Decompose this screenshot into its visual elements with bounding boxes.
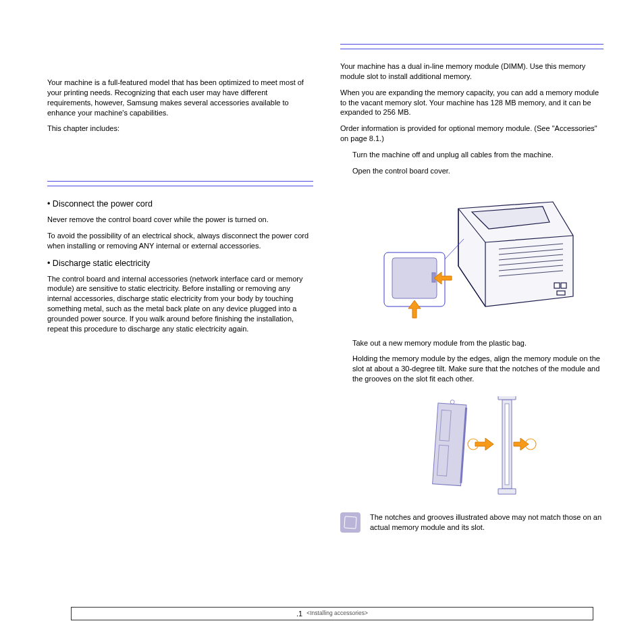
svg-point-17	[450, 400, 454, 404]
chapter-includes: This chapter includes:	[47, 124, 313, 134]
svg-rect-8	[557, 291, 565, 295]
right-p1: Your machine has a dual in-line memory m…	[340, 61, 603, 82]
svg-rect-10	[392, 258, 437, 298]
bullet-disconnect-title: Disconnect the power cord	[47, 198, 313, 210]
page-footer: .1 <Installing accessories>	[71, 607, 593, 620]
chapter-label: <Installing accessories>	[306, 610, 368, 617]
bullet-static-p1: The control board and internal accessori…	[47, 274, 313, 334]
step-1: Turn the machine off and unplug all cabl…	[340, 150, 603, 160]
bullet-disconnect-p1: Never remove the control board cover whi…	[47, 215, 313, 225]
bullet-disconnect-p2: To avoid the possibility of an electrica…	[47, 231, 313, 251]
bullet-static-title: Discharge static electricity	[47, 258, 313, 269]
intro-paragraph: Your machine is a full-featured model th…	[47, 78, 313, 117]
figure-printer	[340, 188, 603, 323]
page-number: .1	[296, 609, 302, 619]
step-4: Holding the memory module by the edges, …	[340, 354, 603, 384]
note-block: The notches and grooves illustrated abov…	[340, 512, 603, 539]
section-divider	[47, 181, 313, 186]
step-3: Take out a new memory module from the pl…	[340, 338, 603, 348]
right-p3: Order information is provided for option…	[340, 124, 603, 144]
svg-rect-7	[561, 283, 566, 288]
note-text: The notches and grooves illustrated abov…	[370, 512, 603, 533]
note-icon	[340, 512, 360, 533]
svg-rect-6	[554, 283, 560, 288]
svg-rect-19	[505, 404, 509, 485]
right-p2: When you are expanding the memory capaci…	[340, 88, 603, 118]
step-2: Open the control board cover.	[340, 166, 603, 176]
section-divider-right	[340, 44, 603, 49]
figure-dimm	[340, 396, 603, 498]
